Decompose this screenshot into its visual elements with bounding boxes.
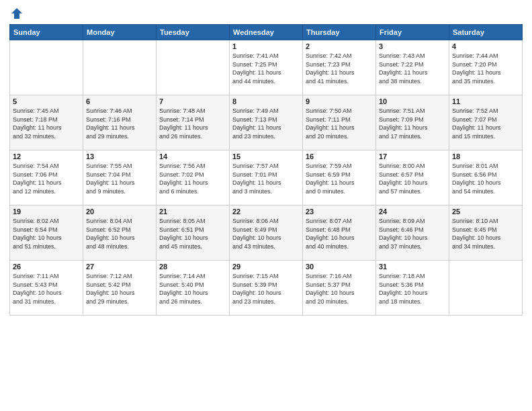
day-number: 4 [452, 42, 519, 50]
day-cell: 18Sunrise: 8:01 AM Sunset: 6:56 PM Dayli… [449, 150, 523, 205]
day-info: Sunrise: 7:11 AM Sunset: 5:43 PM Dayligh… [13, 272, 80, 306]
weekday-tuesday: Tuesday [157, 25, 230, 40]
day-number: 16 [306, 152, 373, 161]
day-cell: 31Sunrise: 7:18 AM Sunset: 5:36 PM Dayli… [376, 261, 449, 316]
day-info: Sunrise: 7:16 AM Sunset: 5:37 PM Dayligh… [306, 272, 373, 306]
week-row-2: 5Sunrise: 7:45 AM Sunset: 7:18 PM Daylig… [10, 95, 523, 150]
day-number: 19 [13, 208, 80, 216]
weekday-monday: Monday [83, 25, 157, 40]
day-cell: 23Sunrise: 8:07 AM Sunset: 6:48 PM Dayli… [303, 205, 376, 261]
day-cell: 11Sunrise: 7:52 AM Sunset: 7:07 PM Dayli… [449, 95, 523, 150]
day-info: Sunrise: 7:51 AM Sunset: 7:09 PM Dayligh… [379, 107, 446, 140]
day-number: 26 [13, 263, 80, 271]
day-cell: 21Sunrise: 8:05 AM Sunset: 6:51 PM Dayli… [157, 205, 230, 261]
day-number: 8 [232, 97, 300, 105]
day-info: Sunrise: 8:00 AM Sunset: 6:57 PM Dayligh… [379, 162, 446, 195]
day-info: Sunrise: 7:45 AM Sunset: 7:18 PM Dayligh… [13, 107, 80, 140]
day-cell: 17Sunrise: 8:00 AM Sunset: 6:57 PM Dayli… [376, 150, 449, 205]
day-cell: 8Sunrise: 7:49 AM Sunset: 7:13 PM Daylig… [230, 95, 303, 150]
day-info: Sunrise: 7:55 AM Sunset: 7:04 PM Dayligh… [86, 162, 153, 195]
week-row-1: 1Sunrise: 7:41 AM Sunset: 7:25 PM Daylig… [10, 40, 523, 95]
day-number: 10 [379, 97, 446, 105]
day-cell: 12Sunrise: 7:54 AM Sunset: 7:06 PM Dayli… [10, 150, 83, 205]
day-info: Sunrise: 7:42 AM Sunset: 7:23 PM Dayligh… [306, 52, 373, 85]
day-cell [449, 261, 523, 316]
day-cell: 29Sunrise: 7:15 AM Sunset: 5:39 PM Dayli… [230, 261, 303, 316]
day-cell: 15Sunrise: 7:57 AM Sunset: 7:01 PM Dayli… [230, 150, 303, 205]
day-info: Sunrise: 7:50 AM Sunset: 7:11 PM Dayligh… [306, 107, 373, 140]
day-number: 7 [159, 97, 226, 105]
day-cell: 2Sunrise: 7:42 AM Sunset: 7:23 PM Daylig… [303, 40, 376, 95]
day-cell: 30Sunrise: 7:16 AM Sunset: 5:37 PM Dayli… [303, 261, 376, 316]
day-cell: 10Sunrise: 7:51 AM Sunset: 7:09 PM Dayli… [376, 95, 449, 150]
day-info: Sunrise: 8:07 AM Sunset: 6:48 PM Dayligh… [306, 217, 373, 250]
day-info: Sunrise: 7:15 AM Sunset: 5:39 PM Dayligh… [232, 272, 300, 306]
day-cell: 25Sunrise: 8:10 AM Sunset: 6:45 PM Dayli… [449, 205, 523, 261]
day-cell [10, 40, 83, 95]
day-info: Sunrise: 7:43 AM Sunset: 7:22 PM Dayligh… [379, 52, 446, 85]
day-cell: 27Sunrise: 7:12 AM Sunset: 5:42 PM Dayli… [83, 261, 157, 316]
day-number: 30 [306, 263, 373, 271]
day-cell [83, 40, 157, 95]
day-info: Sunrise: 7:14 AM Sunset: 5:40 PM Dayligh… [159, 272, 226, 306]
day-info: Sunrise: 7:59 AM Sunset: 6:59 PM Dayligh… [306, 162, 373, 195]
day-number: 25 [452, 208, 519, 216]
day-number: 24 [379, 208, 446, 216]
day-info: Sunrise: 8:09 AM Sunset: 6:46 PM Dayligh… [379, 217, 446, 250]
day-number: 3 [379, 42, 446, 50]
day-info: Sunrise: 7:41 AM Sunset: 7:25 PM Dayligh… [232, 52, 300, 85]
day-number: 13 [86, 152, 153, 161]
day-number: 14 [159, 152, 226, 161]
day-cell: 4Sunrise: 7:44 AM Sunset: 7:20 PM Daylig… [449, 40, 523, 95]
day-info: Sunrise: 7:46 AM Sunset: 7:16 PM Dayligh… [86, 107, 153, 140]
page: SundayMondayTuesdayWednesdayThursdayFrid… [0, 0, 532, 411]
day-info: Sunrise: 8:10 AM Sunset: 6:45 PM Dayligh… [452, 217, 519, 250]
day-number: 9 [306, 97, 373, 105]
day-number: 12 [13, 152, 80, 161]
day-info: Sunrise: 7:52 AM Sunset: 7:07 PM Dayligh… [452, 107, 519, 140]
header [9, 7, 523, 19]
day-info: Sunrise: 7:56 AM Sunset: 7:02 PM Dayligh… [159, 162, 226, 195]
day-number: 27 [86, 263, 153, 271]
day-number: 31 [379, 263, 446, 271]
day-cell: 14Sunrise: 7:56 AM Sunset: 7:02 PM Dayli… [157, 150, 230, 205]
weekday-wednesday: Wednesday [230, 25, 303, 40]
day-number: 1 [232, 42, 300, 50]
day-cell: 19Sunrise: 8:02 AM Sunset: 6:54 PM Dayli… [10, 205, 83, 261]
day-cell: 3Sunrise: 7:43 AM Sunset: 7:22 PM Daylig… [376, 40, 449, 95]
day-info: Sunrise: 8:02 AM Sunset: 6:54 PM Dayligh… [13, 217, 80, 250]
day-info: Sunrise: 7:12 AM Sunset: 5:42 PM Dayligh… [86, 272, 153, 306]
day-number: 2 [306, 42, 373, 50]
day-cell [157, 40, 230, 95]
weekday-header-row: SundayMondayTuesdayWednesdayThursdayFrid… [10, 25, 523, 40]
day-number: 28 [159, 263, 226, 271]
day-info: Sunrise: 7:18 AM Sunset: 5:36 PM Dayligh… [379, 272, 446, 306]
day-number: 21 [159, 208, 226, 216]
weekday-saturday: Saturday [449, 25, 523, 40]
svg-marker-0 [11, 8, 22, 19]
week-row-5: 26Sunrise: 7:11 AM Sunset: 5:43 PM Dayli… [10, 261, 523, 316]
day-cell: 22Sunrise: 8:06 AM Sunset: 6:49 PM Dayli… [230, 205, 303, 261]
week-row-3: 12Sunrise: 7:54 AM Sunset: 7:06 PM Dayli… [10, 150, 523, 205]
day-cell: 16Sunrise: 7:59 AM Sunset: 6:59 PM Dayli… [303, 150, 376, 205]
day-info: Sunrise: 7:54 AM Sunset: 7:06 PM Dayligh… [13, 162, 80, 195]
day-number: 22 [232, 208, 300, 216]
day-cell: 7Sunrise: 7:48 AM Sunset: 7:14 PM Daylig… [157, 95, 230, 150]
day-cell: 24Sunrise: 8:09 AM Sunset: 6:46 PM Dayli… [376, 205, 449, 261]
day-number: 6 [86, 97, 153, 105]
day-info: Sunrise: 8:05 AM Sunset: 6:51 PM Dayligh… [159, 217, 226, 250]
day-info: Sunrise: 8:06 AM Sunset: 6:49 PM Dayligh… [232, 217, 300, 250]
day-info: Sunrise: 7:57 AM Sunset: 7:01 PM Dayligh… [232, 162, 300, 195]
day-number: 5 [13, 97, 80, 105]
logo-icon [10, 7, 24, 20]
day-info: Sunrise: 8:04 AM Sunset: 6:52 PM Dayligh… [86, 217, 153, 250]
day-info: Sunrise: 7:48 AM Sunset: 7:14 PM Dayligh… [159, 107, 226, 140]
weekday-thursday: Thursday [303, 25, 376, 40]
day-cell: 13Sunrise: 7:55 AM Sunset: 7:04 PM Dayli… [83, 150, 157, 205]
day-cell: 28Sunrise: 7:14 AM Sunset: 5:40 PM Dayli… [157, 261, 230, 316]
day-number: 20 [86, 208, 153, 216]
day-info: Sunrise: 7:49 AM Sunset: 7:13 PM Dayligh… [232, 107, 300, 140]
day-cell: 26Sunrise: 7:11 AM Sunset: 5:43 PM Dayli… [10, 261, 83, 316]
calendar-table: SundayMondayTuesdayWednesdayThursdayFrid… [9, 24, 523, 316]
weekday-sunday: Sunday [10, 25, 83, 40]
